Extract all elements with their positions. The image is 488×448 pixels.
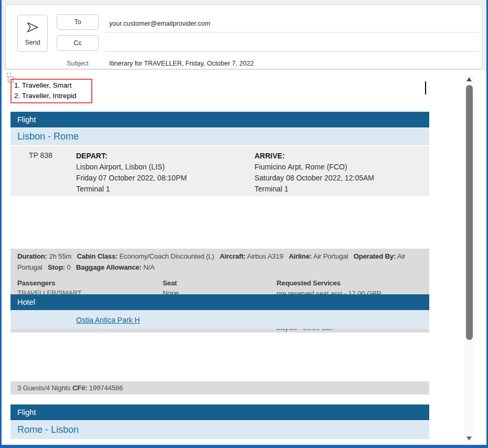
send-button-label: Send xyxy=(25,39,40,46)
meta-label: Duration: xyxy=(17,252,47,260)
scrollbar-thumb[interactable] xyxy=(466,85,473,340)
hotel-link-band: Ostia Antica Park H xyxy=(10,311,429,329)
arrive-line: Fiumicino Arpt, Rome (FCO) xyxy=(254,162,374,173)
hotel-link[interactable]: Ostia Antica Park H xyxy=(76,316,140,324)
arrive-line: Saturday 08 October 2022, 12:05AM xyxy=(254,173,374,184)
depart-line: Terminal 1 xyxy=(76,184,187,195)
hotel-summary-row: 3 Guests/4 Nights CF#: 199744586 xyxy=(10,381,429,394)
to-field-underline[interactable] xyxy=(105,32,479,33)
depart-column: DEPART: Lisbon Airport, Lisbon (LIS) Fri… xyxy=(76,151,187,195)
meta-value: 2h 55m xyxy=(49,252,71,260)
arrive-label: ARRIVE: xyxy=(254,151,374,162)
requested-services-header: Requested Services xyxy=(277,278,426,288)
cc-field-underline[interactable] xyxy=(105,51,479,52)
vertical-scrollbar[interactable] xyxy=(464,73,475,444)
scroll-up-arrow-icon[interactable] xyxy=(466,77,472,81)
to-button[interactable]: To xyxy=(57,14,99,30)
subject-field-value[interactable]: Itinerary for TRAVELLER, Friday, October… xyxy=(109,60,254,67)
depart-label: DEPART: xyxy=(76,151,187,162)
meta-label: Airline: xyxy=(289,252,312,260)
meta-value: 0 xyxy=(67,263,70,271)
meta-label: Baggage Allowance: xyxy=(76,263,142,271)
meta-value: Economy/Coach Discounted (L) xyxy=(120,252,215,260)
to-field-value[interactable]: your.customer@emailprovider.com xyxy=(109,20,210,27)
traveller-list: 1. Traveller, Smart 2. Traveller, Intrep… xyxy=(14,80,77,101)
arrive-line: Terminal 1 xyxy=(254,184,374,195)
seat-header: Seat xyxy=(163,278,273,288)
hotel-cf-value: 199744586 xyxy=(87,384,123,392)
arrive-column: ARRIVE: Fiumicino Arpt, Rome (FCO) Satur… xyxy=(254,151,374,195)
window-border-left xyxy=(0,0,2,448)
meta-value: N/A xyxy=(143,263,154,271)
flight-meta-text: Duration: 2h 55m Cabin Class: Economy/Co… xyxy=(17,251,422,273)
hotel-section-header: Hotel xyxy=(10,294,429,310)
flight-number: TP 838 xyxy=(29,151,52,159)
flight-section-header: Flight xyxy=(10,112,429,127)
depart-line: Friday 07 October 2022, 08:10PM xyxy=(76,173,187,184)
cc-button[interactable]: Cc xyxy=(57,35,99,51)
passengers-header: Passengers xyxy=(17,278,162,288)
flight-return-section-header: Flight xyxy=(10,404,429,420)
send-icon xyxy=(26,20,39,36)
traveller-list-item: 1. Traveller, Smart xyxy=(14,80,77,91)
message-body[interactable]: 1. Traveller, Smart 2. Traveller, Intrep… xyxy=(0,69,488,445)
meta-value: Airbus A319 xyxy=(247,252,283,260)
depart-line: Lisbon Airport, Lisbon (LIS) xyxy=(76,162,187,173)
meta-label: Operated By: xyxy=(354,252,396,260)
compose-header: Send To Cc your.customer@emailprovider.c… xyxy=(0,0,488,69)
flight-route-title: Lisbon - Rome xyxy=(10,128,429,145)
flight-return-route-title: Rome - Lisbon xyxy=(10,421,429,439)
meta-label: Cabin Class: xyxy=(77,252,118,260)
subject-label: Subject xyxy=(57,60,99,67)
scroll-down-arrow-icon[interactable] xyxy=(466,436,472,441)
send-button[interactable]: Send xyxy=(17,15,48,52)
hotel-summary-text: 3 Guests/4 Nights xyxy=(17,384,72,392)
traveller-list-item: 2. Traveller, Intrepid xyxy=(14,91,77,101)
window-border-bottom xyxy=(0,445,488,448)
text-cursor xyxy=(425,81,426,94)
email-compose-window: Send To Cc your.customer@emailprovider.c… xyxy=(0,0,488,448)
meta-label: Aircraft: xyxy=(220,252,246,260)
meta-label: Stop: xyxy=(48,263,65,271)
hotel-cf-label: CF#: xyxy=(72,384,88,392)
meta-value: Air Portugal xyxy=(313,252,348,260)
flight-detail-row: TP 838 DEPART: Lisbon Airport, Lisbon (L… xyxy=(10,146,429,196)
compose-panel: Send To Cc your.customer@emailprovider.c… xyxy=(5,4,482,69)
